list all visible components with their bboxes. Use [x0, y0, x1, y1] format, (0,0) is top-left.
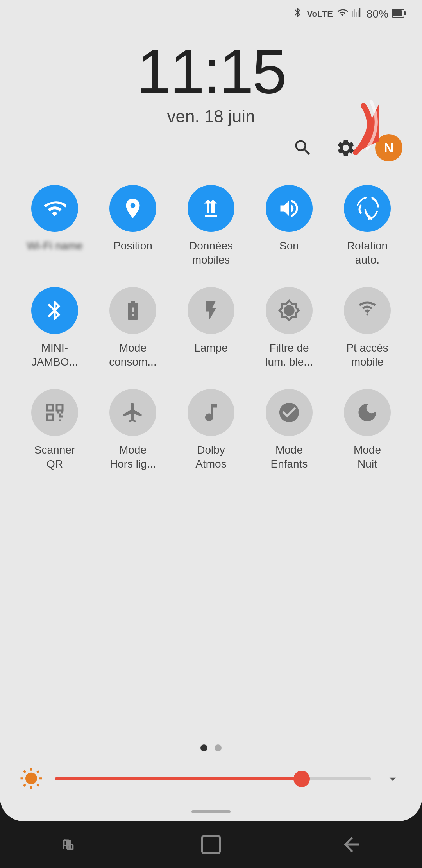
clock-time: 11:15: [137, 40, 285, 103]
qs-wifi-label: Wi-Fi name: [27, 239, 82, 253]
qs-night[interactable]: ModeNuit: [332, 389, 402, 472]
panel-handle[interactable]: [191, 810, 231, 813]
bluetooth-status-icon: [292, 7, 303, 21]
qs-hotspot-label: Pt accèsmobile: [346, 341, 388, 369]
qs-airplane-label: ModeHors lig...: [110, 443, 156, 472]
svg-rect-11: [202, 836, 220, 854]
arrow-annotation: [301, 98, 379, 160]
qs-night-label: ModeNuit: [354, 443, 381, 472]
qs-mobile-data-icon: [188, 185, 234, 232]
qs-dolby-icon: [188, 389, 234, 436]
wifi-status-icon: [337, 7, 348, 21]
qs-kids-label: ModeEnfants: [271, 443, 308, 472]
qs-wifi-icon: [31, 185, 78, 232]
signal-status-icon: [352, 7, 363, 21]
qs-mobile-data[interactable]: Donnéesmobiles: [176, 185, 246, 267]
qs-wifi[interactable]: Wi-Fi name: [20, 185, 90, 267]
qs-hotspot[interactable]: Pt accèsmobile: [332, 287, 402, 369]
qs-blue-filter[interactable]: Filtre delum. ble...: [254, 287, 324, 369]
page-dot-1[interactable]: [200, 744, 207, 751]
qs-bluetooth-icon: [31, 287, 78, 334]
qs-sound-icon: [266, 185, 313, 232]
volte-status-icon: VoLTE: [307, 9, 333, 19]
qs-dolby-label: DolbyAtmos: [195, 443, 226, 472]
quick-settings-row-3: ScannerQR ModeHors lig... DolbyAtmos: [20, 389, 402, 472]
brightness-expand-button[interactable]: [383, 769, 402, 789]
qs-kids-icon: [266, 389, 313, 436]
qs-bluetooth-label: MINI-JAMBO...: [31, 341, 78, 369]
profile-avatar[interactable]: N: [375, 134, 402, 161]
qs-sound-label: Son: [279, 239, 299, 253]
qs-flashlight[interactable]: Lampe: [176, 287, 246, 369]
svg-rect-1: [404, 11, 406, 15]
qs-battery-saver[interactable]: Modeconsom...: [98, 287, 168, 369]
quick-settings-row-2: MINI-JAMBO... Modeconsom... Lampe: [20, 287, 402, 369]
home-button[interactable]: [191, 833, 231, 856]
qs-rotation[interactable]: Rotationauto.: [332, 185, 402, 267]
slider-track: [55, 777, 371, 780]
qs-bluetooth[interactable]: MINI-JAMBO...: [20, 287, 90, 369]
status-bar: VoLTE 80%: [0, 0, 422, 25]
qs-rotation-label: Rotationauto.: [347, 239, 388, 267]
slider-thumb[interactable]: [293, 771, 310, 787]
qs-airplane[interactable]: ModeHors lig...: [98, 389, 168, 472]
qs-night-icon: [344, 389, 391, 436]
qs-battery-saver-label: Modeconsom...: [109, 341, 156, 369]
svg-rect-10: [69, 840, 71, 849]
battery-percentage: 80%: [367, 8, 388, 20]
qs-qr-label: ScannerQR: [34, 443, 75, 472]
brightness-icon: [20, 767, 43, 791]
qs-battery-saver-icon: [109, 287, 156, 334]
qs-location[interactable]: Position: [98, 185, 168, 267]
status-icons: VoLTE 80%: [292, 7, 406, 21]
handle-bar: [0, 806, 422, 821]
qs-kids[interactable]: ModeEnfants: [254, 389, 324, 472]
qs-blue-filter-label: Filtre delum. ble...: [265, 341, 313, 369]
recent-apps-button[interactable]: [51, 833, 90, 856]
page-indicators: [0, 737, 422, 759]
battery-icon: [392, 8, 406, 20]
qs-flashlight-label: Lampe: [194, 341, 228, 355]
brightness-slider[interactable]: [55, 777, 371, 780]
qs-qr-icon: [31, 389, 78, 436]
clock-date: ven. 18 juin: [167, 107, 255, 126]
svg-rect-2: [393, 10, 402, 16]
brightness-row: [0, 759, 422, 806]
qs-location-label: Position: [113, 239, 152, 253]
qs-airplane-icon: [109, 389, 156, 436]
svg-rect-8: [63, 840, 64, 849]
back-button[interactable]: [332, 833, 371, 856]
qs-location-icon: [109, 185, 156, 232]
qs-sound[interactable]: Son: [254, 185, 324, 267]
qs-hotspot-icon: [344, 287, 391, 334]
notification-panel: VoLTE 80% 11:15 ven. 18 juin: [0, 0, 422, 821]
quick-settings-grid: Wi-Fi name Position Donnéesmobiles: [0, 177, 422, 737]
qs-blue-filter-icon: [266, 287, 313, 334]
page-dot-2[interactable]: [215, 744, 222, 751]
qs-rotation-icon: [344, 185, 391, 232]
qs-flashlight-icon: [188, 287, 234, 334]
navigation-bar: [0, 821, 422, 868]
quick-settings-row-1: Wi-Fi name Position Donnéesmobiles: [20, 185, 402, 267]
qs-qr[interactable]: ScannerQR: [20, 389, 90, 472]
qs-dolby[interactable]: DolbyAtmos: [176, 389, 246, 472]
qs-mobile-data-label: Donnéesmobiles: [189, 239, 233, 267]
svg-rect-9: [66, 840, 68, 849]
